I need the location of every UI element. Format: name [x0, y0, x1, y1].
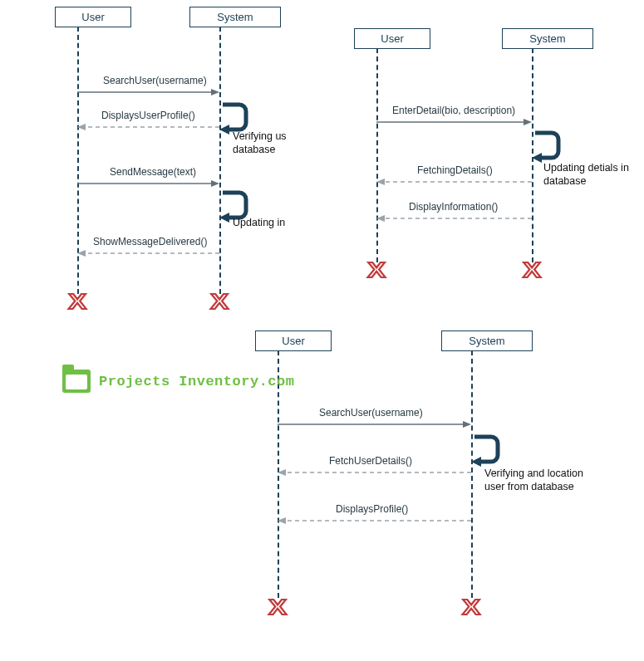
- watermark-logo: Projects Inventory.com: [62, 370, 294, 393]
- participant-system-d1: System: [189, 7, 281, 27]
- participant-user-d3: User: [255, 330, 332, 351]
- lifeline-end-user-d1: X: [68, 291, 86, 312]
- msg-d1-show-delivered: ShowMessageDelivered(): [93, 236, 207, 247]
- arrow-d1-m3: [77, 179, 219, 188]
- msg-d1-search-user: SearchUser(username): [103, 75, 207, 86]
- arrow-d1-m1: [77, 88, 219, 96]
- note-d1-verify: Verifying us database: [233, 130, 299, 157]
- arrow-d1-m2: [77, 123, 219, 131]
- svg-marker-21: [278, 469, 286, 476]
- msg-d1-send-message: SendMessage(text): [110, 166, 196, 178]
- svg-marker-9: [77, 250, 86, 257]
- lifeline-end-system-d3: X: [462, 596, 480, 618]
- diagram-canvas: User System SearchUser(username) Verifyi…: [0, 0, 644, 661]
- self-loop-d2: [532, 133, 562, 163]
- svg-marker-6: [211, 180, 219, 187]
- lifeline-system-d3: [471, 350, 473, 598]
- arrow-d2-m1: [376, 118, 532, 126]
- msg-d1-display-profile: DisplaysUserProfile(): [101, 110, 195, 121]
- svg-marker-12: [532, 153, 542, 163]
- lifeline-end-user-d2: X: [367, 259, 386, 281]
- svg-marker-14: [376, 179, 385, 185]
- arrow-d2-m3: [376, 214, 532, 223]
- watermark-text: Projects Inventory.com: [99, 374, 294, 389]
- msg-d2-display-information: DisplayInformation(): [409, 201, 498, 213]
- note-d2-updating: Updating detials in database: [543, 161, 640, 189]
- participant-system-d3: System: [441, 330, 533, 351]
- note-d3-verify: Verifying and location user from databas…: [484, 467, 584, 494]
- svg-marker-11: [524, 119, 532, 125]
- svg-marker-23: [278, 517, 286, 524]
- participant-user-d1: User: [55, 7, 131, 27]
- folder-icon: [62, 370, 91, 393]
- msg-d3-fetch-user-details: FetchUserDetails(): [329, 455, 412, 467]
- arrow-d3-m1: [278, 420, 471, 428]
- arrow-d3-m2: [278, 468, 471, 477]
- svg-marker-1: [211, 89, 219, 95]
- arrow-d2-m2: [376, 178, 532, 186]
- svg-marker-18: [463, 421, 471, 428]
- msg-d3-search-user: SearchUser(username): [319, 407, 423, 419]
- svg-marker-2: [219, 125, 229, 135]
- msg-d2-enter-detail: EnterDetail(bio, description): [392, 105, 515, 116]
- lifeline-end-user-d3: X: [268, 596, 287, 618]
- lifeline-end-system-d1: X: [210, 291, 229, 312]
- msg-d2-fetching-details: FetchingDetails(): [417, 164, 493, 176]
- arrow-d3-m3: [278, 517, 471, 525]
- svg-marker-7: [219, 213, 229, 223]
- lifeline-end-system-d2: X: [523, 259, 541, 281]
- participant-user-d2: User: [354, 28, 430, 49]
- lifeline-system-d1: [219, 27, 221, 294]
- lifeline-user-d2: [376, 48, 378, 262]
- self-loop-d3: [471, 437, 501, 467]
- participant-system-d2: System: [502, 28, 593, 49]
- svg-marker-4: [77, 124, 86, 130]
- arrow-d1-m4: [77, 249, 219, 257]
- note-d1-updating: Updating in: [233, 216, 299, 229]
- svg-marker-19: [471, 457, 481, 467]
- msg-d3-displays-profile: DisplaysProfile(): [336, 503, 408, 515]
- svg-marker-16: [376, 215, 385, 222]
